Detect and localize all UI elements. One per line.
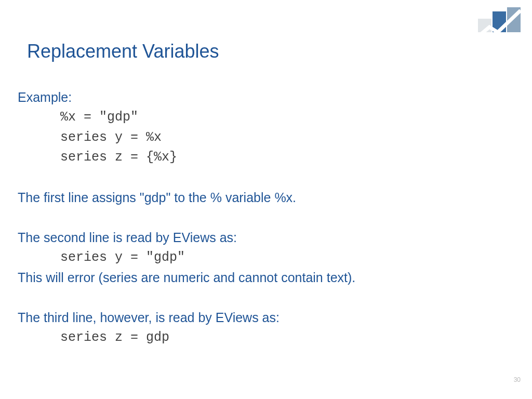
code-line-5: series z = gdp [60,328,514,348]
paragraph-3: This will error (series are numeric and … [18,268,514,288]
code-line-2: series y = %x [60,128,514,148]
slide: Replacement Variables Example: %x = "gdp… [0,0,532,399]
paragraph-1: The first line assigns "gdp" to the % va… [18,188,514,208]
slide-body: Example: %x = "gdp" series y = %x series… [18,87,514,348]
page-number: 30 [514,376,521,383]
example-label: Example: [18,87,514,108]
code-line-1: %x = "gdp" [60,108,514,128]
paragraph-2: The second line is read by EViews as: [18,228,514,248]
code-line-4: series y = "gdp" [60,248,514,268]
logo-chart-icon [477,7,522,44]
paragraph-4: The third line, however, is read by EVie… [18,308,514,328]
slide-title: Replacement Variables [27,41,514,62]
code-line-3: series z = {%x} [60,148,514,168]
